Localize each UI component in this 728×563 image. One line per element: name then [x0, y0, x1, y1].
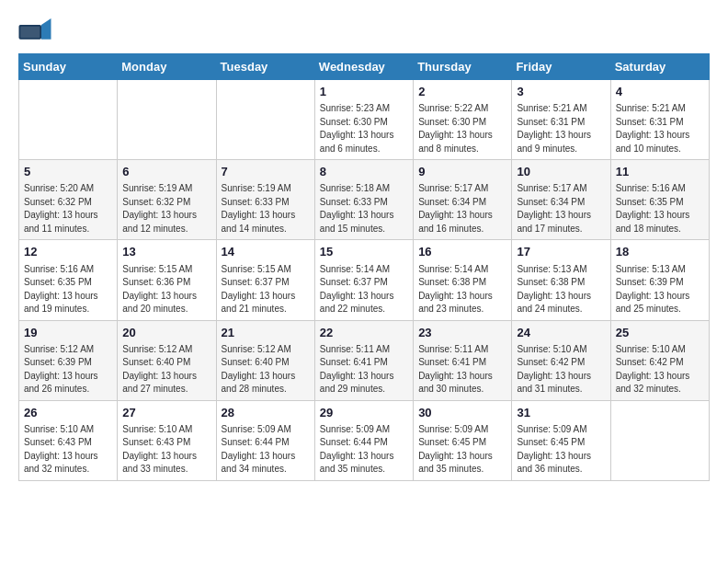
calendar-cell: 19Sunrise: 5:12 AM Sunset: 6:39 PM Dayli…: [19, 320, 118, 400]
day-number: 28: [222, 405, 310, 421]
day-number: 12: [24, 244, 112, 260]
calendar-body: 1Sunrise: 5:23 AM Sunset: 6:30 PM Daylig…: [19, 80, 710, 481]
calendar-cell: 14Sunrise: 5:15 AM Sunset: 6:37 PM Dayli…: [216, 240, 314, 320]
calendar-cell: 9Sunrise: 5:17 AM Sunset: 6:34 PM Daylig…: [414, 160, 512, 240]
calendar-cell: 24Sunrise: 5:10 AM Sunset: 6:42 PM Dayli…: [512, 320, 610, 400]
day-info: Sunrise: 5:11 AM Sunset: 6:41 PM Dayligh…: [418, 343, 506, 396]
day-info: Sunrise: 5:21 AM Sunset: 6:31 PM Dayligh…: [517, 102, 605, 155]
day-number: 24: [517, 325, 605, 341]
calendar-cell: 15Sunrise: 5:14 AM Sunset: 6:37 PM Dayli…: [314, 240, 413, 320]
calendar-week-row: 26Sunrise: 5:10 AM Sunset: 6:43 PM Dayli…: [19, 400, 710, 480]
day-number: 20: [122, 325, 210, 341]
day-number: 7: [222, 164, 310, 180]
calendar-cell: 11Sunrise: 5:16 AM Sunset: 6:35 PM Dayli…: [610, 160, 709, 240]
day-info: Sunrise: 5:15 AM Sunset: 6:36 PM Dayligh…: [122, 263, 210, 316]
calendar-cell: 2Sunrise: 5:22 AM Sunset: 6:30 PM Daylig…: [414, 80, 512, 160]
day-info: Sunrise: 5:17 AM Sunset: 6:34 PM Dayligh…: [517, 182, 605, 236]
day-info: Sunrise: 5:19 AM Sunset: 6:32 PM Dayligh…: [122, 182, 210, 236]
day-number: 30: [418, 405, 506, 421]
calendar-week-row: 5Sunrise: 5:20 AM Sunset: 6:32 PM Daylig…: [19, 160, 710, 240]
calendar-cell: 22Sunrise: 5:11 AM Sunset: 6:41 PM Dayli…: [314, 320, 413, 400]
day-info: Sunrise: 5:11 AM Sunset: 6:41 PM Dayligh…: [320, 343, 408, 396]
day-info: Sunrise: 5:10 AM Sunset: 6:43 PM Dayligh…: [122, 423, 210, 477]
calendar-cell: 18Sunrise: 5:13 AM Sunset: 6:39 PM Dayli…: [610, 240, 709, 320]
header: [18, 18, 710, 44]
weekday-header-row: SundayMondayTuesdayWednesdayThursdayFrid…: [19, 54, 710, 80]
day-number: 27: [122, 405, 210, 421]
svg-marker-1: [41, 18, 51, 40]
day-info: Sunrise: 5:16 AM Sunset: 6:35 PM Dayligh…: [24, 263, 112, 316]
calendar-cell: [610, 400, 709, 480]
calendar-cell: [118, 80, 216, 160]
day-info: Sunrise: 5:10 AM Sunset: 6:43 PM Dayligh…: [24, 423, 112, 477]
day-number: 25: [616, 325, 704, 341]
calendar-cell: 12Sunrise: 5:16 AM Sunset: 6:35 PM Dayli…: [19, 240, 118, 320]
day-number: 13: [122, 244, 210, 260]
day-number: 14: [222, 244, 310, 260]
day-number: 4: [616, 84, 704, 100]
weekday-header-sunday: Sunday: [19, 54, 118, 80]
day-number: 5: [24, 164, 112, 180]
calendar-cell: 4Sunrise: 5:21 AM Sunset: 6:31 PM Daylig…: [610, 80, 709, 160]
day-number: 18: [616, 244, 704, 260]
day-info: Sunrise: 5:12 AM Sunset: 6:40 PM Dayligh…: [222, 343, 310, 396]
day-info: Sunrise: 5:10 AM Sunset: 6:42 PM Dayligh…: [517, 343, 605, 396]
day-info: Sunrise: 5:17 AM Sunset: 6:34 PM Dayligh…: [418, 182, 506, 236]
day-number: 19: [24, 325, 112, 341]
day-info: Sunrise: 5:09 AM Sunset: 6:44 PM Dayligh…: [320, 423, 408, 477]
calendar-week-row: 1Sunrise: 5:23 AM Sunset: 6:30 PM Daylig…: [19, 80, 710, 160]
weekday-header-saturday: Saturday: [610, 54, 709, 80]
day-number: 23: [418, 325, 506, 341]
calendar-cell: 26Sunrise: 5:10 AM Sunset: 6:43 PM Dayli…: [19, 400, 118, 480]
calendar-cell: 5Sunrise: 5:20 AM Sunset: 6:32 PM Daylig…: [19, 160, 118, 240]
day-number: 11: [616, 164, 704, 180]
day-info: Sunrise: 5:18 AM Sunset: 6:33 PM Dayligh…: [320, 182, 408, 236]
day-number: 22: [320, 325, 408, 341]
calendar-cell: 8Sunrise: 5:18 AM Sunset: 6:33 PM Daylig…: [314, 160, 413, 240]
calendar-cell: 31Sunrise: 5:09 AM Sunset: 6:45 PM Dayli…: [512, 400, 610, 480]
day-number: 1: [320, 84, 408, 100]
day-info: Sunrise: 5:12 AM Sunset: 6:39 PM Dayligh…: [24, 343, 112, 396]
calendar-cell: 16Sunrise: 5:14 AM Sunset: 6:38 PM Dayli…: [414, 240, 512, 320]
calendar-cell: [19, 80, 118, 160]
day-info: Sunrise: 5:21 AM Sunset: 6:31 PM Dayligh…: [616, 102, 704, 155]
calendar-cell: 20Sunrise: 5:12 AM Sunset: 6:40 PM Dayli…: [118, 320, 216, 400]
weekday-header-monday: Monday: [118, 54, 216, 80]
calendar-cell: 10Sunrise: 5:17 AM Sunset: 6:34 PM Dayli…: [512, 160, 610, 240]
day-number: 15: [320, 244, 408, 260]
day-info: Sunrise: 5:12 AM Sunset: 6:40 PM Dayligh…: [122, 343, 210, 396]
calendar-cell: 1Sunrise: 5:23 AM Sunset: 6:30 PM Daylig…: [314, 80, 413, 160]
day-number: 6: [122, 164, 210, 180]
weekday-header-wednesday: Wednesday: [314, 54, 413, 80]
logo-icon: [18, 18, 51, 44]
weekday-header-thursday: Thursday: [414, 54, 512, 80]
day-info: Sunrise: 5:13 AM Sunset: 6:39 PM Dayligh…: [616, 263, 704, 316]
calendar-cell: 23Sunrise: 5:11 AM Sunset: 6:41 PM Dayli…: [414, 320, 512, 400]
day-number: 8: [320, 164, 408, 180]
day-number: 17: [517, 244, 605, 260]
calendar-cell: 6Sunrise: 5:19 AM Sunset: 6:32 PM Daylig…: [118, 160, 216, 240]
svg-rect-2: [20, 27, 40, 38]
calendar-cell: 30Sunrise: 5:09 AM Sunset: 6:45 PM Dayli…: [414, 400, 512, 480]
day-info: Sunrise: 5:14 AM Sunset: 6:37 PM Dayligh…: [320, 263, 408, 316]
day-info: Sunrise: 5:09 AM Sunset: 6:45 PM Dayligh…: [517, 423, 605, 477]
day-info: Sunrise: 5:14 AM Sunset: 6:38 PM Dayligh…: [418, 263, 506, 316]
calendar-week-row: 12Sunrise: 5:16 AM Sunset: 6:35 PM Dayli…: [19, 240, 710, 320]
calendar-table: SundayMondayTuesdayWednesdayThursdayFrid…: [18, 53, 710, 481]
calendar-cell: 13Sunrise: 5:15 AM Sunset: 6:36 PM Dayli…: [118, 240, 216, 320]
day-number: 26: [24, 405, 112, 421]
day-number: 2: [418, 84, 506, 100]
calendar-cell: 17Sunrise: 5:13 AM Sunset: 6:38 PM Dayli…: [512, 240, 610, 320]
weekday-header-friday: Friday: [512, 54, 610, 80]
day-number: 29: [320, 405, 408, 421]
day-number: 31: [517, 405, 605, 421]
calendar-cell: 3Sunrise: 5:21 AM Sunset: 6:31 PM Daylig…: [512, 80, 610, 160]
day-info: Sunrise: 5:22 AM Sunset: 6:30 PM Dayligh…: [418, 102, 506, 155]
day-number: 21: [222, 325, 310, 341]
day-info: Sunrise: 5:19 AM Sunset: 6:33 PM Dayligh…: [222, 182, 310, 236]
calendar-cell: 28Sunrise: 5:09 AM Sunset: 6:44 PM Dayli…: [216, 400, 314, 480]
day-number: 9: [418, 164, 506, 180]
calendar-cell: 25Sunrise: 5:10 AM Sunset: 6:42 PM Dayli…: [610, 320, 709, 400]
day-number: 10: [517, 164, 605, 180]
calendar-cell: 29Sunrise: 5:09 AM Sunset: 6:44 PM Dayli…: [314, 400, 413, 480]
